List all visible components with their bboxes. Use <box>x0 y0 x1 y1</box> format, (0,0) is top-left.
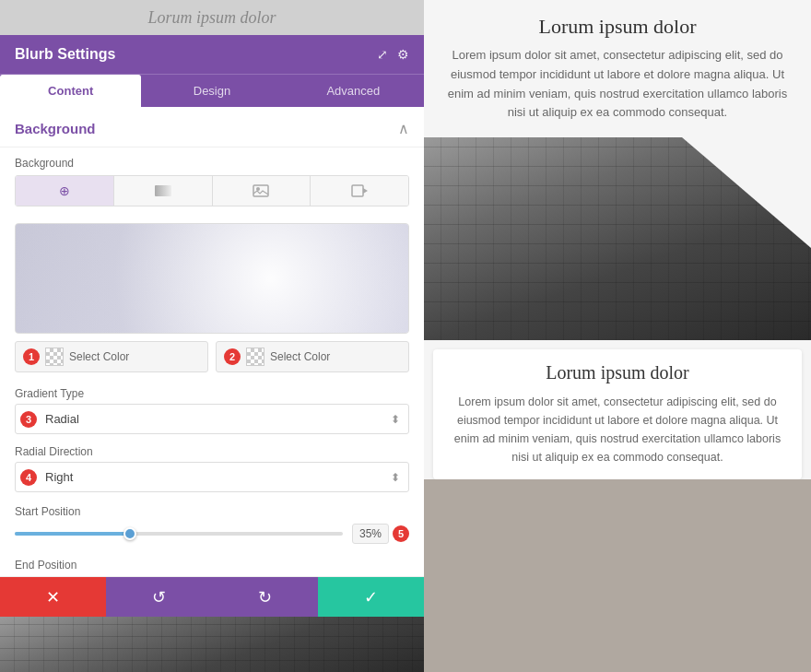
tab-advanced[interactable]: Advanced <box>283 75 424 107</box>
svg-rect-3 <box>352 185 363 196</box>
cancel-button[interactable]: ✕ <box>0 577 106 617</box>
action-bar: ✕ ↺ ↻ ✓ <box>0 576 424 617</box>
number-badge-4: 4 <box>20 469 37 486</box>
bg-type-buttons: ⊕ <box>15 175 409 206</box>
color-swatch-1 <box>45 348 64 366</box>
background-type-group: Background ⊕ <box>0 147 424 216</box>
tab-content[interactable]: Content <box>0 75 141 107</box>
start-position-fill <box>15 532 130 536</box>
radial-direction-select[interactable]: Right Left Top Bottom Center <box>15 462 409 492</box>
radial-direction-wrapper: 4 Right Left Top Bottom Center ⬍ <box>15 462 409 492</box>
bg-type-video[interactable] <box>311 176 408 206</box>
settings-title: Blurb Settings <box>15 46 115 63</box>
start-position-group: Start Position 35% 5 <box>0 498 424 551</box>
bottom-preview-area <box>424 479 811 672</box>
number-badge-2: 2 <box>224 348 241 365</box>
radial-direction-label: Radial Direction <box>15 445 409 458</box>
card-title: Lorum ipsum dolor <box>452 362 783 383</box>
settings-icon[interactable]: ⚙ <box>397 47 409 62</box>
start-position-row: 35% 5 <box>15 524 409 544</box>
redo-button[interactable]: ↻ <box>212 577 318 617</box>
start-position-label: Start Position <box>15 505 409 518</box>
svg-point-2 <box>256 187 260 191</box>
bottom-building-strip <box>0 617 424 672</box>
gradient-type-select[interactable]: Radial Linear <box>15 404 409 434</box>
tab-design[interactable]: Design <box>141 75 282 107</box>
top-preview-strip: Lorum ipsum dolor <box>0 0 424 35</box>
svg-rect-0 <box>155 185 171 196</box>
header-icons: ⤢ ⚙ <box>377 47 409 62</box>
save-button[interactable]: ✓ <box>318 577 424 617</box>
svg-rect-1 <box>253 185 268 196</box>
right-triangle-overlay <box>682 137 811 248</box>
color-label-2: Select Color <box>270 350 401 363</box>
gradient-type-label: Gradient Type <box>15 387 409 400</box>
bg-type-image[interactable] <box>213 176 311 206</box>
reset-button[interactable]: ↺ <box>106 577 212 617</box>
end-position-group: End Position 35% 6 <box>0 551 424 576</box>
tabs-bar: Content Design Advanced <box>0 74 424 107</box>
color-stop-2[interactable]: 2 Select Color <box>216 341 409 372</box>
bg-type-gradient[interactable] <box>114 176 213 206</box>
spacer <box>424 340 811 349</box>
start-position-thumb[interactable] <box>123 527 136 540</box>
number-badge-1: 1 <box>23 348 40 365</box>
section-collapse-icon[interactable]: ∧ <box>398 120 409 137</box>
card-text: Lorem ipsum dolor sit amet, consectetur … <box>452 393 783 466</box>
section-header: Background ∧ <box>0 107 424 147</box>
panel-content: Background ∧ Background ⊕ <box>0 107 424 576</box>
color-stop-1[interactable]: 1 Select Color <box>15 341 208 372</box>
bg-type-color[interactable]: ⊕ <box>16 176 114 206</box>
end-position-label: End Position <box>15 559 409 572</box>
start-position-value[interactable]: 35% <box>352 524 389 544</box>
top-preview-text: Lorum ipsum dolor <box>147 8 276 28</box>
section-title: Background <box>15 121 96 136</box>
settings-header: Blurb Settings ⤢ ⚙ <box>0 35 424 74</box>
settings-panel: Blurb Settings ⤢ ⚙ Content Design Advanc… <box>0 35 424 617</box>
radial-direction-group: Radial Direction 4 Right Left Top Bottom… <box>0 440 424 498</box>
start-position-track[interactable] <box>15 532 343 536</box>
right-building-image <box>424 137 811 340</box>
right-top-title: Lorum ipsum dolor <box>424 0 811 46</box>
color-stops-row: 1 Select Color 2 Select Color <box>15 341 409 372</box>
color-swatch-2 <box>246 348 264 366</box>
right-top-text: Lorem ipsum dolor sit amet, consectetur … <box>424 46 811 137</box>
start-position-value-wrapper: 35% 5 <box>352 524 409 544</box>
gradient-preview <box>15 223 409 334</box>
right-panel: Lorum ipsum dolor Lorem ipsum dolor sit … <box>424 0 811 672</box>
gradient-type-group: Gradient Type 3 Radial Linear ⬍ <box>0 382 424 440</box>
background-label: Background <box>15 157 409 170</box>
maximize-icon[interactable]: ⤢ <box>377 47 388 62</box>
color-label-1: Select Color <box>69 350 200 363</box>
number-badge-3: 3 <box>20 411 37 428</box>
left-panel: Lorum ipsum dolor Blurb Settings ⤢ ⚙ Con… <box>0 0 424 672</box>
gradient-type-wrapper: 3 Radial Linear ⬍ <box>15 404 409 434</box>
right-card: Lorum ipsum dolor Lorem ipsum dolor sit … <box>433 349 802 479</box>
number-badge-5: 5 <box>393 525 409 542</box>
